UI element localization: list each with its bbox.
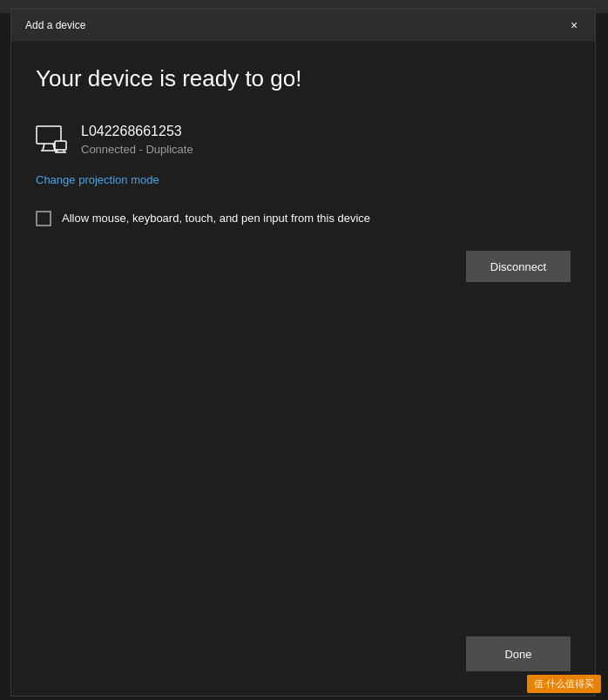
device-name: L042268661253 [81, 124, 193, 139]
device-icon [36, 125, 67, 153]
change-projection-link[interactable]: Change projection mode [36, 173, 571, 186]
close-button[interactable]: × [564, 15, 584, 36]
dialog-window: Add a device × Your device is ready to g… [10, 9, 596, 697]
disconnect-button[interactable]: Disconnect [466, 251, 571, 282]
title-bar: Add a device × [11, 10, 595, 41]
device-info: L042268661253 Connected - Duplicate [81, 124, 193, 156]
svg-line-1 [43, 144, 44, 151]
checkbox-label: Allow mouse, keyboard, touch, and pen in… [62, 211, 370, 226]
done-button[interactable]: Done [466, 636, 571, 671]
dialog-title: Add a device [25, 19, 85, 31]
checkbox-section: Allow mouse, keyboard, touch, and pen in… [36, 211, 571, 226]
spacer [36, 282, 571, 636]
watermark: 值·什么值得买 [527, 675, 601, 693]
disconnect-row: Disconnect [36, 251, 571, 282]
main-heading: Your device is ready to go! [36, 65, 571, 92]
device-section: L042268661253 Connected - Duplicate [36, 124, 571, 156]
done-row: Done [36, 636, 571, 675]
dialog-content: Your device is ready to go! L04226866 [11, 41, 595, 696]
allow-input-checkbox[interactable] [36, 211, 51, 226]
device-status: Connected - Duplicate [81, 143, 193, 156]
svg-rect-4 [55, 141, 66, 150]
